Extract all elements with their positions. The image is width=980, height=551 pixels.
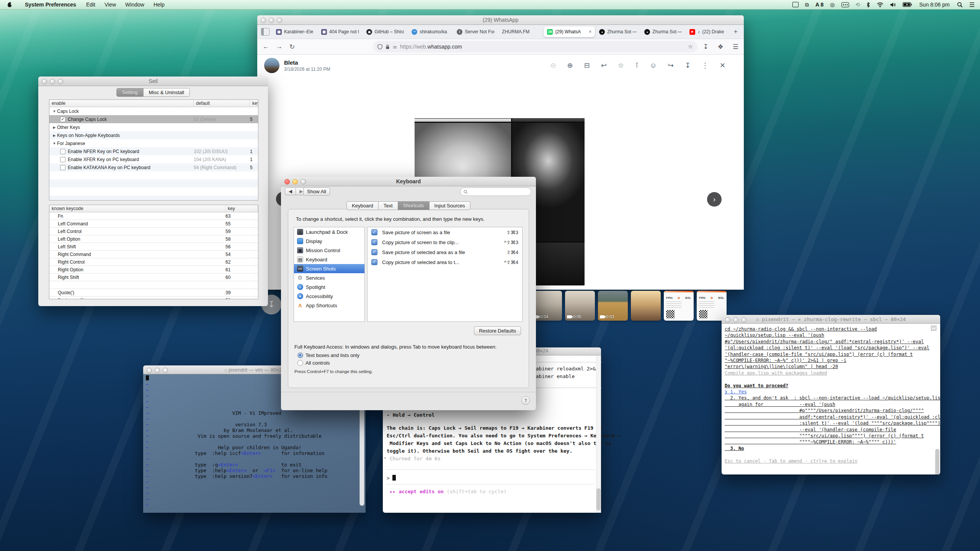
seil-group-row[interactable]: ▶Other Keys <box>49 123 258 131</box>
browser-tab[interactable]: ●Zhurma Sot — <box>596 26 640 37</box>
disclosure-triangle-icon[interactable]: ▶ <box>52 126 57 129</box>
back-icon[interactable]: ← <box>261 43 271 51</box>
extensions-icon[interactable]: ❖ <box>716 43 725 51</box>
column-header-default[interactable]: default <box>194 100 250 107</box>
browser-tab[interactable]: ▦404 Page not f <box>318 26 362 37</box>
media-thumbnail[interactable] <box>631 291 661 321</box>
browser-title-bar[interactable]: (29) WhatsApp <box>257 15 744 25</box>
sidebar-item-mission-control[interactable]: ▣Mission Control <box>294 246 364 255</box>
tab-close-icon[interactable]: × <box>589 29 591 34</box>
volume-icon[interactable] <box>890 2 896 7</box>
checkbox[interactable]: ✓ <box>371 229 377 235</box>
disclosure-triangle-icon[interactable]: ▼ <box>52 142 57 145</box>
radio-text-boxes-only[interactable]: Text boxes and lists only <box>297 352 359 358</box>
display-icon[interactable] <box>792 2 799 7</box>
kebab-menu-icon[interactable]: ⋮ <box>702 61 709 70</box>
seil-group-row[interactable]: ▼Caps Lock <box>49 107 258 115</box>
menu-view[interactable]: View <box>100 2 121 8</box>
forward-icon[interactable]: ↪ <box>668 61 674 70</box>
avatar[interactable] <box>264 58 279 73</box>
back-button[interactable]: ◀ <box>285 187 296 195</box>
keyboard-viewer-icon[interactable] <box>841 2 849 7</box>
search-field[interactable] <box>460 187 531 196</box>
url-text[interactable]: https://web.whatsapp.com <box>400 44 462 50</box>
new-tab-button[interactable]: + <box>730 28 741 36</box>
keycode-row[interactable]: Left Option58 <box>49 235 258 243</box>
seil-setting-row[interactable]: Enable KATAKANA Key on PC keyboard54 (Ri… <box>49 163 258 171</box>
radio-button[interactable] <box>297 352 303 358</box>
emoji-icon[interactable]: ☺ <box>650 62 657 70</box>
shield-icon[interactable] <box>377 44 382 49</box>
zoom-out-icon[interactable]: ⊖ <box>550 61 556 70</box>
checkbox[interactable] <box>60 149 65 154</box>
browser-tab[interactable]: ◉GitHub – Shira <box>363 26 407 37</box>
seil-setting-row[interactable]: Enable NFER Key on PC keyboard102 (JIS E… <box>49 147 258 155</box>
bluetooth-icon[interactable] <box>866 2 870 8</box>
checkbox[interactable] <box>60 165 65 170</box>
lock-icon[interactable] <box>385 44 390 49</box>
restore-defaults-button[interactable]: Restore Defaults <box>474 326 521 335</box>
close-icon[interactable]: ✕ <box>720 61 725 70</box>
tab-setting[interactable]: Setting <box>116 88 143 97</box>
battery-icon[interactable] <box>903 2 912 7</box>
app-menu-icon[interactable]: ☰ <box>731 43 740 51</box>
keycode-row[interactable]: Right Shift60 <box>49 274 258 281</box>
scrollbar[interactable] <box>596 488 601 510</box>
apple-menu-icon[interactable] <box>7 2 13 8</box>
radio-button[interactable] <box>297 360 303 366</box>
shortcut-row[interactable]: ✓Copy picture of screen to the clip...^⇧… <box>368 237 522 247</box>
browser-tab[interactable]: ●Zhurma Sot — <box>641 26 685 37</box>
bookmark-star-icon[interactable]: ☆ <box>688 43 693 50</box>
menu-help[interactable]: Help <box>149 2 169 8</box>
seil-setting-row[interactable]: ✓Change Caps Lock51 (Delete)5 <box>49 115 258 123</box>
help-button[interactable]: ? <box>521 396 530 405</box>
spotlight-icon[interactable] <box>957 2 963 8</box>
sidebar-item-launchpad[interactable]: ⣿Launchpad & Dock <box>294 227 364 236</box>
keycode-row[interactable]: Left Control59 <box>49 228 258 235</box>
browser-tab[interactable]: ◠shirakumo/ka <box>408 26 452 37</box>
disclosure-triangle-icon[interactable]: ▼ <box>52 109 57 113</box>
keycode-row[interactable]: Right Control62 <box>49 258 258 266</box>
tab-input-sources[interactable]: Input Sources <box>430 201 470 210</box>
keycode-row[interactable]: Right Option61 <box>49 266 258 274</box>
notification-center-icon[interactable]: ☰ <box>969 1 975 8</box>
column-header-key2[interactable]: key <box>225 205 258 212</box>
accessibility-icon[interactable]: ◎ <box>830 2 835 8</box>
prompt-input[interactable]: > <box>387 475 396 481</box>
reply-icon[interactable]: ↩ <box>601 61 607 70</box>
media-thumbnail[interactable]: 0:03 <box>598 291 628 321</box>
message-icon[interactable]: ⊟ <box>584 61 590 70</box>
seil-title-bar[interactable]: Seil <box>38 77 268 86</box>
checkbox[interactable]: ✓ <box>371 239 377 245</box>
sidebar-item-accessibility[interactable]: ✦Accessibility <box>294 292 364 301</box>
sidebar-item-spotlight[interactable]: ⌕Spotlight <box>294 282 364 292</box>
sidebar-toggle-icon[interactable] <box>261 28 270 36</box>
disclosure-triangle-icon[interactable]: ▶ <box>52 134 57 137</box>
column-header-key[interactable]: key <box>250 100 258 107</box>
menu-app-name[interactable]: System Preferences <box>20 2 82 8</box>
sbcl-terminal-content[interactable]: cd ~/zhurma-radio-clog && sbcl --non-int… <box>722 324 940 474</box>
browser-tab[interactable]: ▦Karabiner–Ele <box>273 26 317 37</box>
time-machine-icon[interactable]: ⟲ <box>856 2 860 8</box>
shortcut-row[interactable]: ✓Save picture of selected area as a file… <box>368 247 522 257</box>
keycode-row[interactable]: Left Shift56 <box>49 243 258 251</box>
sidebar-item-services[interactable]: ⚙Services <box>294 273 364 282</box>
sidebar-item-display[interactable]: Display <box>294 236 364 246</box>
sidebar-item-keyboard[interactable]: ▤Keyboard <box>294 255 364 264</box>
seil-group-row[interactable]: ▼For Japanese <box>49 139 258 147</box>
show-all-button[interactable]: Show All <box>303 187 330 196</box>
tab-text[interactable]: Text <box>379 201 398 210</box>
browser-tab[interactable]: iServer Not Fou <box>453 26 498 37</box>
checkbox[interactable] <box>60 157 65 162</box>
keycode-row[interactable]: Fn63 <box>49 212 258 220</box>
seil-group-row[interactable]: ▶Keys on Non-Apple Keyboards <box>49 131 258 139</box>
forward-icon[interactable]: → <box>274 43 284 51</box>
checkbox[interactable]: ✓ <box>371 259 377 265</box>
media-thumbnail[interactable]: 0:05 <box>565 291 595 321</box>
shortcut-row[interactable]: ✓Copy picture of selected area to t...^⇧… <box>368 257 522 267</box>
menu-bar-clock[interactable]: Sun 8:06 pm <box>918 2 950 8</box>
keyboard-title-bar[interactable]: Keyboard <box>281 177 536 186</box>
next-media-button[interactable]: › <box>707 192 722 207</box>
browser-tab[interactable]: ZHURMA.FM <box>498 26 543 37</box>
tab-audio-icon[interactable]: ♪ <box>697 29 700 34</box>
